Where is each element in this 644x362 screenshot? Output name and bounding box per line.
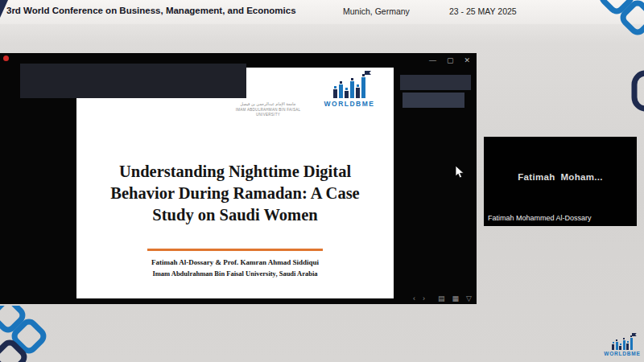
screenshot-root: 3rd World Conference on Business, Manage… xyxy=(0,0,644,362)
participant-name-tag: Fatimah Mohammed Al-Dossary xyxy=(488,214,592,222)
redacted-region-titlebar xyxy=(20,64,246,98)
slide-affiliation: Imam Abdulrahman Bin Faisal University, … xyxy=(76,269,394,278)
slide-sorter-icon[interactable]: ▦ xyxy=(452,294,460,302)
worldbme-logo-text: WORLDBME xyxy=(316,100,382,108)
conference-dates: 23 - 25 MAY 2025 xyxy=(449,6,517,16)
university-logo-text: جامعة الإمام عبدالرحمن بن فيصل IMAM ABDU… xyxy=(228,101,308,118)
slide-authors: Fatimah Al-Dossary & Prof. Kamran Ahmad … xyxy=(76,258,394,266)
worldbme-footer-logo-icon xyxy=(599,335,644,350)
slide-next-icon[interactable]: › xyxy=(423,294,425,302)
recording-indicator-icon xyxy=(3,56,9,61)
redacted-region-side-panel[interactable] xyxy=(402,93,464,108)
orange-divider xyxy=(147,249,323,251)
worldbme-footer-logo-text: WORLDBME xyxy=(599,351,644,356)
university-name-english: IMAM ABDULRAHMAN BIN FAISAL UNIVERSITY xyxy=(228,108,308,119)
worldbme-logo: WORLDBME xyxy=(316,74,382,108)
slide-title: Understanding Nighttime Digital Behavior… xyxy=(85,161,386,226)
chain-decoration-top-right xyxy=(586,0,644,50)
mouse-cursor-icon xyxy=(455,166,464,179)
filter-icon[interactable]: ▽ xyxy=(466,294,472,302)
maximize-icon[interactable]: ▢ xyxy=(447,56,454,64)
presentation-slide: WORLDBME جامعة الإمام عبدالرحمن بن فيصل … xyxy=(76,68,394,298)
university-name-arabic: جامعة الإمام عبدالرحمن بن فيصل xyxy=(228,101,308,108)
conference-header: 3rd World Conference on Business, Manage… xyxy=(0,0,644,24)
worldbme-logo-icon xyxy=(316,74,382,98)
normal-view-icon[interactable]: ▤ xyxy=(438,294,445,302)
participant-video-tile[interactable]: Fatimah Moham... Fatimah Mohammed Al-Dos… xyxy=(484,137,637,226)
slide-prev-icon[interactable]: ‹ xyxy=(413,294,415,302)
chain-decoration-right-edge xyxy=(631,69,644,114)
worldbme-footer-logo: WORLDBME xyxy=(599,335,644,356)
minimize-icon[interactable]: — xyxy=(429,56,436,64)
close-icon[interactable]: ✕ xyxy=(464,56,470,64)
screenshare-window: — ▢ ✕ WORLDBME جامعة الإمام عبدالرحمن بن… xyxy=(0,53,477,304)
conference-location: Munich, Germany xyxy=(343,6,410,16)
window-controls: — ▢ ✕ xyxy=(429,56,470,64)
participant-display-name: Fatimah Moham... xyxy=(484,172,637,182)
conference-title: 3rd World Conference on Business, Manage… xyxy=(6,6,296,15)
redacted-region-side-panel[interactable] xyxy=(400,75,471,90)
chain-decoration-bottom-left xyxy=(0,306,63,362)
